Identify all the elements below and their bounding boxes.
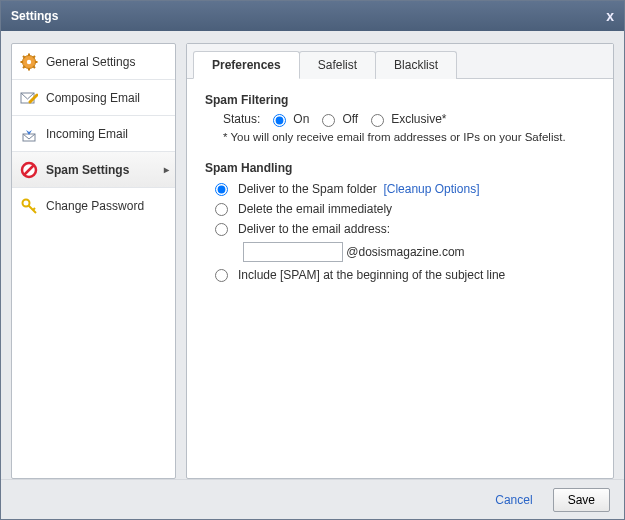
dialog-title: Settings — [11, 9, 58, 23]
cleanup-options-link[interactable]: [Cleanup Options] — [383, 182, 479, 196]
sidebar-item-label: General Settings — [46, 55, 135, 69]
key-icon — [20, 197, 38, 215]
safelist-note: * You will only receive email from addre… — [223, 131, 595, 143]
spam-handling-section: Spam Handling Deliver to the Spam folder… — [205, 161, 595, 285]
handling-radio-deliver-folder[interactable] — [215, 183, 228, 196]
close-icon[interactable]: x — [606, 8, 614, 24]
handling-option-delete[interactable]: Delete the email immediately — [215, 199, 595, 219]
save-button[interactable]: Save — [553, 488, 610, 512]
sidebar-item-label: Change Password — [46, 199, 144, 213]
section-title: Spam Filtering — [205, 93, 595, 107]
handling-label: Include [SPAM] at the beginning of the s… — [238, 268, 505, 282]
sidebar-item-spam-settings[interactable]: Spam Settings ▸ — [12, 152, 175, 188]
status-radio-label: Off — [342, 112, 358, 126]
settings-dialog: Settings x General Settings Composing Em… — [0, 0, 625, 520]
handling-address-input-row: @dosismagazine.com — [215, 239, 595, 265]
spam-filtering-section: Spam Filtering Status: On Off — [205, 93, 595, 143]
svg-line-8 — [23, 66, 25, 68]
dialog-body: General Settings Composing Email Incomin… — [1, 31, 624, 479]
tab-blacklist[interactable]: Blacklist — [375, 51, 457, 79]
handling-radio-delete[interactable] — [215, 203, 228, 216]
address-input-wrap: @dosismagazine.com — [243, 242, 465, 262]
tab-bar: Preferences Safelist Blacklist — [187, 44, 613, 79]
handling-label: Deliver to the Spam folder — [238, 182, 377, 196]
status-label: Status: — [223, 112, 260, 126]
svg-point-16 — [23, 200, 30, 207]
handling-radio-tag-subject[interactable] — [215, 269, 228, 282]
section-title: Spam Handling — [205, 161, 595, 175]
status-radio-off[interactable] — [322, 114, 335, 127]
dialog-footer: Cancel Save — [1, 479, 624, 519]
tab-panel-preferences: Spam Filtering Status: On Off — [187, 79, 613, 478]
handling-label: Delete the email immediately — [238, 202, 392, 216]
svg-line-9 — [33, 56, 35, 58]
sidebar-item-label: Composing Email — [46, 91, 140, 105]
compose-icon — [20, 89, 38, 107]
sidebar: General Settings Composing Email Incomin… — [11, 43, 176, 479]
handling-option-deliver-folder[interactable]: Deliver to the Spam folder [Cleanup Opti… — [215, 179, 595, 199]
status-radio-label: Exclusive* — [391, 112, 446, 126]
spam-icon — [20, 161, 38, 179]
tab-safelist[interactable]: Safelist — [299, 51, 376, 79]
handling-label: Deliver to the email address: — [238, 222, 390, 236]
status-option-exclusive[interactable]: Exclusive* — [366, 111, 446, 127]
svg-point-1 — [27, 59, 31, 63]
gear-icon — [20, 53, 38, 71]
status-option-off[interactable]: Off — [317, 111, 358, 127]
handling-list: Deliver to the Spam folder [Cleanup Opti… — [215, 179, 595, 285]
sidebar-item-incoming-email[interactable]: Incoming Email — [12, 116, 175, 152]
domain-suffix: @dosismagazine.com — [346, 245, 464, 259]
titlebar: Settings x — [1, 1, 624, 31]
sidebar-item-label: Spam Settings — [46, 163, 129, 177]
svg-line-18 — [33, 208, 35, 210]
sidebar-item-label: Incoming Email — [46, 127, 128, 141]
svg-line-6 — [23, 56, 25, 58]
sidebar-item-change-password[interactable]: Change Password — [12, 188, 175, 224]
sidebar-item-composing-email[interactable]: Composing Email — [12, 80, 175, 116]
status-radio-label: On — [293, 112, 309, 126]
handling-option-deliver-address[interactable]: Deliver to the email address: — [215, 219, 595, 239]
handling-option-tag-subject[interactable]: Include [SPAM] at the beginning of the s… — [215, 265, 595, 285]
svg-line-7 — [33, 66, 35, 68]
status-row: Status: On Off Exclusive* — [223, 111, 595, 127]
sidebar-item-general-settings[interactable]: General Settings — [12, 44, 175, 80]
status-radio-on[interactable] — [273, 114, 286, 127]
tab-preferences[interactable]: Preferences — [193, 51, 300, 79]
cancel-button[interactable]: Cancel — [487, 489, 540, 511]
handling-radio-deliver-address[interactable] — [215, 223, 228, 236]
incoming-icon — [20, 125, 38, 143]
forward-address-input[interactable] — [243, 242, 343, 262]
status-option-on[interactable]: On — [268, 111, 309, 127]
chevron-right-icon: ▸ — [164, 164, 169, 175]
status-radio-exclusive[interactable] — [371, 114, 384, 127]
content-panel: Preferences Safelist Blacklist Spam Filt… — [186, 43, 614, 479]
